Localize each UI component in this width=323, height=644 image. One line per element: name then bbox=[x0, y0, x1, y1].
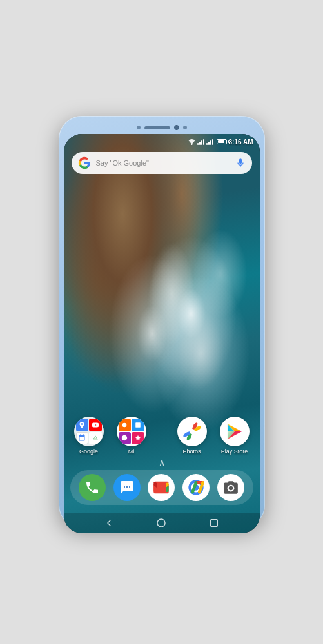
spacer bbox=[159, 417, 164, 455]
svg-point-3 bbox=[190, 429, 195, 434]
mi-cell-2 bbox=[132, 419, 144, 431]
search-bar-container: Say "Ok Google" bbox=[64, 148, 260, 178]
dock-messages[interactable] bbox=[113, 474, 141, 501]
mi-folder-icon bbox=[117, 417, 146, 446]
mi-folder-grid bbox=[117, 417, 146, 446]
battery-icon bbox=[217, 139, 227, 144]
recents-icon bbox=[209, 518, 219, 528]
chrome-icon bbox=[187, 478, 205, 497]
app-grid-area: Google bbox=[64, 178, 260, 513]
status-time: 8:16 AM bbox=[229, 138, 253, 146]
phone-frame: 8:16 AM Say "Ok Google" bbox=[59, 116, 265, 528]
play-store-label: Play Store bbox=[221, 448, 248, 455]
svg-rect-14 bbox=[210, 520, 217, 527]
svg-point-12 bbox=[228, 486, 233, 491]
front-camera bbox=[174, 125, 179, 130]
google-search-bar[interactable]: Say "Ok Google" bbox=[72, 152, 252, 174]
google-folder-grid bbox=[74, 417, 104, 446]
svg-point-13 bbox=[157, 519, 165, 527]
google-folder[interactable]: Google bbox=[74, 417, 104, 455]
svg-point-6 bbox=[129, 486, 130, 488]
search-placeholder: Say "Ok Google" bbox=[96, 159, 230, 167]
phone-icon bbox=[84, 480, 100, 495]
svg-point-1 bbox=[122, 422, 127, 427]
mi-folder[interactable]: Mi bbox=[117, 417, 146, 455]
back-icon bbox=[104, 518, 114, 528]
svg-rect-2 bbox=[135, 422, 141, 428]
google-folder-label: Google bbox=[79, 448, 98, 455]
folder-cell-maps bbox=[76, 419, 89, 431]
google-g-icon bbox=[78, 156, 91, 169]
play-store-icon-circle bbox=[220, 417, 250, 446]
folder-cell-youtube bbox=[89, 419, 102, 431]
home-button[interactable] bbox=[155, 517, 167, 529]
photos-icon-circle bbox=[177, 417, 207, 446]
dock-chrome[interactable] bbox=[182, 474, 210, 501]
home-icon bbox=[155, 517, 167, 529]
status-icons: 8:16 AM bbox=[188, 138, 253, 146]
nav-bar bbox=[64, 513, 260, 533]
photos-label: Photos bbox=[182, 448, 201, 455]
photos-app[interactable]: Photos bbox=[177, 417, 207, 455]
front-sensor-left bbox=[137, 126, 141, 129]
signal-icon-2 bbox=[206, 138, 213, 145]
camera-icon bbox=[222, 479, 239, 496]
svg-point-0 bbox=[191, 144, 192, 145]
dock-phone[interactable] bbox=[79, 474, 106, 501]
photos-pinwheel-icon bbox=[180, 419, 204, 444]
mic-icon[interactable] bbox=[235, 158, 246, 168]
mi-cell-4 bbox=[132, 432, 144, 445]
dock bbox=[70, 470, 253, 505]
dock-gmail[interactable] bbox=[148, 474, 175, 501]
svg-point-4 bbox=[124, 486, 125, 488]
earpiece bbox=[144, 126, 170, 129]
google-folder-icon bbox=[74, 417, 104, 446]
recents-button[interactable] bbox=[208, 517, 220, 529]
phone-screen: 8:16 AM Say "Ok Google" bbox=[64, 134, 260, 533]
svg-point-5 bbox=[126, 486, 128, 488]
home-screen: 8:16 AM Say "Ok Google" bbox=[64, 134, 260, 533]
signal-icon bbox=[197, 138, 204, 145]
folder-cell-drive bbox=[89, 432, 102, 445]
wifi-icon bbox=[188, 139, 195, 145]
messages-icon bbox=[119, 480, 135, 495]
mi-cell-1 bbox=[119, 419, 132, 431]
mi-folder-label: Mi bbox=[128, 448, 135, 455]
play-store-icon bbox=[222, 419, 247, 444]
top-sensors bbox=[64, 122, 260, 134]
app-row-main: Google bbox=[64, 417, 260, 455]
front-sensor-right bbox=[183, 126, 187, 129]
back-button[interactable] bbox=[103, 517, 115, 529]
folder-cell-calendar bbox=[76, 432, 89, 445]
status-bar: 8:16 AM bbox=[64, 134, 260, 148]
play-store-app[interactable]: Play Store bbox=[220, 417, 250, 455]
mi-cell-3 bbox=[119, 432, 132, 445]
gmail-icon-detail bbox=[152, 478, 170, 497]
up-chevron[interactable]: ∧ bbox=[64, 457, 260, 468]
dock-camera[interactable] bbox=[217, 474, 244, 501]
